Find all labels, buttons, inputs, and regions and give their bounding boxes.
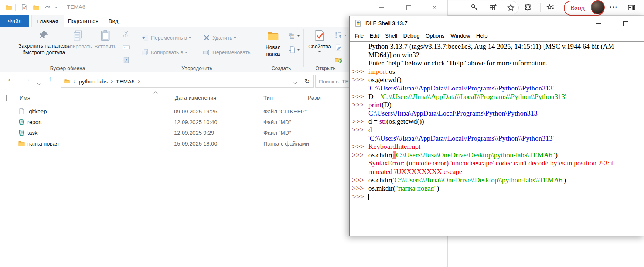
refresh-button[interactable]: ↻ — [301, 75, 314, 88]
tab-view[interactable]: Вид — [104, 15, 123, 27]
move-to-label: Переместить в — [151, 35, 187, 41]
properties-label: Свойства — [308, 43, 331, 50]
browser-toolbar: Вход ••• — [447, 0, 644, 16]
forward-arrow-icon[interactable]: → — [23, 75, 30, 83]
column-divider[interactable] — [304, 92, 304, 103]
copy-to-label: Копировать в — [151, 49, 183, 55]
menu-shell[interactable]: Shell — [382, 31, 400, 40]
idle-titlebar[interactable]: IDLE Shell 3.13.7 — [350, 16, 644, 31]
idle-window-title: IDLE Shell 3.13.7 — [364, 20, 408, 26]
tab-share[interactable]: Поделиться — [66, 15, 100, 27]
column-name[interactable]: Имя — [20, 95, 30, 101]
move-to-button[interactable]: Переместить в — [142, 34, 191, 41]
paste-button[interactable]: Вставить — [91, 30, 120, 50]
folder-icon[interactable] — [33, 4, 40, 11]
select-all-checkbox[interactable] — [6, 95, 13, 101]
column-size[interactable]: Разм — [308, 95, 321, 101]
group-organize-label: Упорядочить — [135, 65, 259, 71]
breadcrumb-tema6[interactable]: ТЕМА6 — [116, 78, 134, 85]
extensions-puzzle-icon[interactable] — [524, 3, 532, 12]
avatar[interactable] — [591, 0, 605, 14]
menu-file[interactable]: File — [352, 31, 367, 40]
folder-icon — [18, 140, 25, 147]
screenshot-stage: Вход ••• ТЕМА6 Файл Главная Поделиться — [0, 0, 644, 267]
signin-button[interactable]: Вход — [564, 1, 604, 16]
new-folder-icon — [267, 30, 279, 42]
file-type: Папка с файлами — [263, 140, 309, 147]
copy-path-button[interactable] — [122, 44, 130, 51]
new-folder-label-1: Новая — [266, 44, 281, 50]
redo-arrow-icon[interactable] — [44, 4, 51, 11]
passwords-key-icon[interactable] — [470, 3, 479, 12]
maximize-button[interactable] — [400, 0, 417, 15]
rename-button[interactable]: Переименовать — [203, 49, 251, 56]
browser-menu-dots-icon[interactable]: ••• — [610, 4, 618, 10]
menu-help[interactable]: Help — [473, 31, 491, 40]
collections-star-icon[interactable] — [546, 3, 555, 12]
address-dropdown-icon[interactable] — [294, 78, 297, 85]
up-arrow-icon[interactable]: ↑ — [48, 75, 52, 83]
prompt: >>> — [350, 117, 366, 126]
tab-home[interactable]: Главная — [31, 15, 64, 27]
edit-button[interactable] — [335, 44, 343, 51]
crumb-chevron: › — [111, 78, 113, 85]
open-list-button[interactable] — [335, 31, 347, 39]
group-divider — [259, 29, 259, 67]
idle-shell-text-area[interactable]: Python 3.13.7 (tags/v3.13.7:bcee1c3, Aug… — [350, 41, 644, 236]
md-icon — [18, 129, 25, 136]
paste-shortcut-button[interactable] — [122, 56, 130, 64]
shell-line: >>>os.chdir("C:\Users\Лиза\OneDrive\Desk… — [350, 151, 644, 160]
easy-access-button[interactable] — [288, 32, 300, 40]
shell-line: >>>d — [350, 126, 644, 134]
close-button[interactable] — [426, 0, 443, 15]
shell-line: >>>os.getcwd() — [350, 76, 644, 84]
address-bar[interactable]: › python-labs › ТЕМА6 › — [61, 75, 301, 88]
folder-icon[interactable] — [6, 4, 12, 11]
qat-dropdown-icon[interactable] — [55, 7, 58, 10]
cut-button[interactable] — [122, 30, 130, 38]
shell-line: MD64)] on win32 — [350, 51, 644, 59]
recent-locations-icon[interactable] — [37, 78, 40, 86]
menu-edit[interactable]: Edit — [367, 31, 382, 40]
group-divider — [135, 29, 135, 67]
new-item-button[interactable] — [288, 46, 300, 54]
column-divider[interactable] — [327, 92, 327, 103]
column-type[interactable]: Тип — [263, 95, 273, 101]
new-folder-button[interactable]: Новая папка — [261, 30, 285, 57]
paste-label: Вставить — [94, 43, 116, 50]
bookmark-star-icon[interactable] — [507, 3, 515, 12]
column-divider[interactable] — [260, 92, 260, 103]
shell-output: Python 3.13.7 (tags/v3.13.7:bcee1c3, Aug… — [350, 42, 644, 201]
properties-check-icon[interactable] — [21, 4, 28, 11]
new-item-icon — [288, 46, 296, 54]
new-folder-label-2: папка — [266, 51, 280, 57]
idle-maximize-button[interactable] — [617, 16, 634, 31]
paste-shortcut-icon — [122, 56, 130, 64]
back-arrow-icon[interactable]: ← — [7, 75, 14, 83]
pin-icon — [38, 30, 50, 41]
sidebar-toggle-icon[interactable] — [627, 3, 636, 12]
shell-line: >>>KeyboardInterrupt — [350, 143, 644, 151]
tab-file[interactable]: Файл — [0, 15, 29, 27]
sub-divider — [198, 32, 198, 62]
menu-debug[interactable]: Debug — [400, 31, 422, 40]
column-date[interactable]: Дата изменения — [175, 95, 217, 101]
history-button[interactable] — [335, 56, 343, 64]
properties-button[interactable]: Свойства — [306, 30, 333, 52]
column-divider[interactable] — [171, 92, 171, 103]
minimize-button[interactable] — [373, 0, 390, 15]
menu-options[interactable]: Options — [423, 31, 448, 40]
search-placeholder: Поиск в: ТЕМ — [319, 78, 354, 85]
history-icon — [335, 56, 343, 64]
copy-to-button[interactable]: Копировать в — [142, 49, 187, 56]
breadcrumb-python-labs[interactable]: python-labs — [79, 78, 108, 85]
delete-button[interactable]: Удалить — [203, 34, 236, 41]
shell-line: runcated \UXXXXXXXX escape — [350, 168, 644, 176]
menu-window[interactable]: Window — [447, 31, 473, 40]
tabs-grid-icon[interactable] — [489, 3, 497, 12]
file-name: task — [27, 130, 38, 136]
shell-line: >>>os.chdir('C:\\Users\\Лиза\\OneDrive\\… — [350, 176, 644, 185]
prompt: >>> — [350, 126, 366, 134]
prompt — [350, 51, 366, 59]
idle-minimize-button[interactable] — [590, 16, 607, 31]
